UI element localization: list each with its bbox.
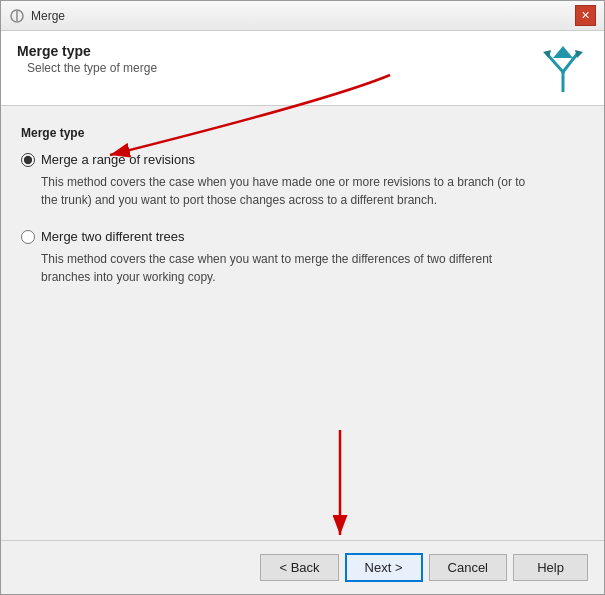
header-text-block: Merge type Select the type of merge <box>17 43 157 75</box>
option-group: Merge a range of revisions This method c… <box>21 152 584 286</box>
window-title: Merge <box>31 9 65 23</box>
help-button[interactable]: Help <box>513 554 588 581</box>
title-bar: Merge ✕ <box>1 1 604 31</box>
option-item-trees: Merge two different trees This method co… <box>21 229 584 286</box>
header-area: Merge type Select the type of merge <box>1 31 604 106</box>
radio-merge-trees[interactable] <box>21 230 35 244</box>
description-merge-range: This method covers the case when you hav… <box>41 173 541 209</box>
window-icon <box>9 8 25 24</box>
svg-marker-5 <box>553 46 573 58</box>
footer: < Back Next > Cancel Help <box>1 540 604 594</box>
option-item-range: Merge a range of revisions This method c… <box>21 152 584 209</box>
header-subtitle: Select the type of merge <box>27 61 157 75</box>
label-merge-range[interactable]: Merge a range of revisions <box>41 152 195 167</box>
close-button[interactable]: ✕ <box>575 5 596 26</box>
main-content: Merge type Merge a range of revisions Th… <box>1 106 604 540</box>
back-button[interactable]: < Back <box>260 554 338 581</box>
section-label: Merge type <box>21 126 584 140</box>
radio-merge-range[interactable] <box>21 153 35 167</box>
header-title: Merge type <box>17 43 157 59</box>
title-bar-left: Merge <box>9 8 65 24</box>
option-radio-row-trees[interactable]: Merge two different trees <box>21 229 584 244</box>
option-radio-row-range[interactable]: Merge a range of revisions <box>21 152 584 167</box>
title-bar-controls: ✕ <box>575 5 596 26</box>
next-button[interactable]: Next > <box>345 553 423 582</box>
cancel-button[interactable]: Cancel <box>429 554 507 581</box>
merge-dialog: Merge ✕ Merge type Select the type of me… <box>0 0 605 595</box>
header-icon <box>538 43 588 93</box>
label-merge-trees[interactable]: Merge two different trees <box>41 229 185 244</box>
description-merge-trees: This method covers the case when you wan… <box>41 250 541 286</box>
